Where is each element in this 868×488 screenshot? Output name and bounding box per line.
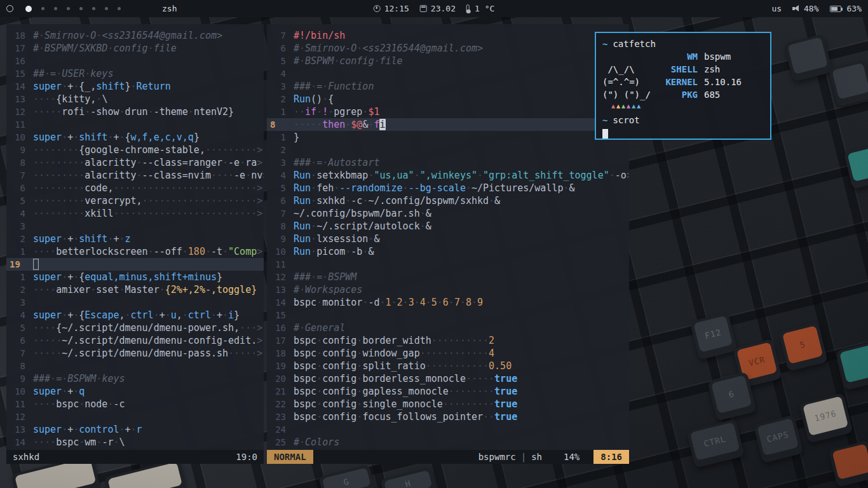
editor-line[interactable]: 7·····~/.script/dmenu/dmenu-pass.sh·····… (6, 347, 264, 360)
editor-line[interactable]: 16#·General (267, 322, 629, 334)
bar-right: us 48% 63% (771, 4, 862, 13)
editor-line[interactable]: 4 (267, 67, 629, 80)
whitespace-dot: · (79, 437, 85, 448)
editor-line[interactable]: 12·····rofi·-show·drun·-theme·ntenV2} (6, 105, 264, 118)
workspace-dot-active[interactable] (25, 6, 32, 12)
editor-line[interactable]: 1····betterlockscreen·--off·180·-t·"Comp… (6, 245, 264, 258)
editor-line[interactable]: 5····{~/.script/dmenu/dmenu-power.sh,···… (6, 322, 264, 334)
whitespace-dot: · (471, 348, 477, 359)
editor-line[interactable]: 19 (6, 258, 264, 271)
editor-line[interactable]: 1super·+·{equal,minus,shift+minus} (6, 271, 264, 283)
editor-line[interactable]: 8Run·~/.script/autolock·& (267, 220, 629, 233)
workspace-dot[interactable] (79, 7, 83, 10)
editor-line[interactable]: 18#·Smirnov-O·<ss2316544@gmail.com> (6, 29, 264, 42)
editor-line[interactable]: 12 (6, 410, 264, 423)
workspace-dot[interactable] (92, 7, 95, 10)
editor-line[interactable]: 25#·Colors (267, 436, 629, 449)
whitespace-dot: · (79, 170, 85, 181)
editor-line[interactable]: 4Run·setxkbmap·"us,ua"·",winkeys"·"grp:a… (267, 169, 629, 182)
editor-line[interactable]: 22bspc·config·single_monocle·········tru… (267, 398, 629, 410)
editor-line[interactable]: 23bspc·config·focus_follows_pointer··tru… (267, 410, 629, 423)
workspace-dot[interactable] (54, 7, 57, 10)
line-code: #!/bin/sh (286, 29, 345, 42)
editor-line[interactable]: 7#!/bin/sh (267, 29, 629, 42)
editor-line[interactable]: 13#·Workspaces (267, 283, 629, 296)
editor-line[interactable]: 1··if·!·pgrep·$1 (267, 105, 629, 118)
editor-line[interactable]: 2Run()·{ (267, 93, 629, 105)
editor-line[interactable]: 8 (6, 360, 264, 372)
editor-line[interactable]: 14bspc·monitor·-d·1·2·3·4·5·6·7·8·9 (267, 296, 629, 309)
editor-line[interactable]: 9Run·lxsession·& (267, 233, 629, 245)
code-segment: -r (102, 437, 113, 448)
volume-module[interactable]: 48% (792, 4, 818, 13)
whitespace-dot: · (44, 93, 50, 105)
code-segment: i (228, 309, 234, 321)
line-number: 21 (267, 385, 286, 398)
editor-line[interactable]: 9###·=·BSPWM·keys (6, 372, 264, 385)
editor-line[interactable]: 8·········alacritty·--class=ranger·-e·ra… (6, 156, 264, 169)
editor-line[interactable]: 6#·Smirnov-O·<ss2316544@gmail.com> (267, 42, 629, 55)
code-segment: bspc (294, 411, 316, 423)
line-code: ····bspc·wm·-r·\ (25, 436, 125, 449)
workspace-dot[interactable] (105, 7, 108, 10)
editor-line[interactable]: 10super·+·q (6, 385, 264, 398)
editor-line[interactable]: 5#·BSPWM·config·file (267, 55, 629, 67)
editor-line[interactable]: 13super·+·control·+·r (6, 423, 264, 436)
editor-line[interactable]: 11····bspc·node·-c (6, 398, 264, 410)
editor-line[interactable]: 18bspc·config·window_gap············4 (267, 347, 629, 360)
catfetch-window[interactable]: ~ catfetch WMbspwm /\_/\SHELLzsh(=^.^=)K… (595, 32, 771, 140)
editor-line[interactable]: 21bspc·config·gapless_monocle········tru… (267, 385, 629, 398)
editor-line[interactable]: 13····{kitty,·\ (6, 93, 264, 105)
editor-line[interactable]: 4·········xkill·························… (6, 207, 264, 220)
editor-line[interactable]: 24 (267, 423, 629, 436)
launcher-icon[interactable] (6, 5, 13, 12)
editor-line[interactable]: 17bspc·config·border_width··········2 (267, 334, 629, 347)
editor-line[interactable]: 2····amixer·sset·Master·{2%+,2%-,toggle} (6, 283, 264, 296)
editor-line[interactable]: 3###·=·Autostart (267, 156, 629, 169)
editor-line[interactable]: 15##·=·USER·keys (6, 67, 264, 80)
code-segment: = (316, 271, 322, 283)
editor-line[interactable]: 11 (6, 118, 264, 131)
whitespace-dot: · (234, 208, 240, 219)
editor-line[interactable]: 3 (6, 296, 264, 309)
workspace-dot[interactable] (67, 7, 70, 10)
editor-line[interactable]: 5Run·feh·--randomize·--bg-scale·~/Pictur… (267, 182, 629, 194)
whitespace-dot: · (33, 284, 39, 295)
editor-line[interactable]: 6Run·sxhkd·-c·~/.config/bspwm/sxhkd·& (267, 194, 629, 207)
workspace-dot[interactable] (118, 7, 121, 10)
editor-line[interactable]: 9········{google-chrome-stable,·········… (6, 144, 264, 156)
line-number: 18 (6, 29, 25, 42)
line-number: 12 (6, 105, 25, 118)
editor-line[interactable]: 12###·=·BSPWM (267, 271, 629, 283)
editor-line[interactable]: 7·········alacritty·--class=nvim····-e·n… (6, 169, 264, 182)
code-segment: & (569, 182, 575, 194)
whitespace-dot: · (299, 322, 305, 334)
editor-line[interactable]: 3 (6, 220, 264, 233)
editor-line[interactable]: 15 (267, 309, 629, 322)
editor-line[interactable]: 17#·BSPWM/SXKBD·config·file (6, 42, 264, 55)
editor-line[interactable]: 8·····then·$@&·fi (267, 118, 629, 131)
editor-line[interactable]: 10Run·picom·-b·& (267, 245, 629, 258)
editor-line[interactable]: 4super·+·{Escape,·ctrl·+·u,·ctrl·+·i} (6, 309, 264, 322)
editor-line[interactable]: 1} (267, 131, 629, 144)
editor-line[interactable]: 6·····~/.script/dmenu/dmenu-config-edit.… (6, 334, 264, 347)
editor-line[interactable]: 3###·=·Function (267, 80, 629, 93)
layout-module[interactable]: us (771, 4, 782, 13)
right-editor-lines[interactable]: 7#!/bin/sh6#·Smirnov-O·<ss2316544@gmail.… (267, 24, 629, 450)
editor-line[interactable]: 2super·+·shift·+·z (6, 233, 264, 245)
workspace-dot[interactable] (41, 7, 44, 10)
editor-line[interactable]: 7~/.config/bspwm/bar.sh·& (267, 207, 629, 220)
editor-line[interactable]: 20bspc·config·borderless_monocle·····tru… (267, 372, 629, 385)
editor-line[interactable]: 16 (6, 55, 264, 67)
editor-line[interactable]: 10super·+·shift·+·{w,f,e,c,v,q} (6, 131, 264, 144)
editor-line[interactable]: 6·········code,·························… (6, 182, 264, 194)
left-editor-lines[interactable]: 18#·Smirnov-O·<ss2316544@gmail.com>17#·B… (6, 24, 264, 450)
editor-line[interactable]: 14super·+·{_,shift}·Return (6, 80, 264, 93)
editor-line[interactable]: 2 (267, 144, 629, 156)
editor-line[interactable]: 11 (267, 258, 629, 271)
editor-line[interactable]: 14····bspc·wm·-r·\ (6, 436, 264, 449)
editor-line[interactable]: 5·········veracrypt,····················… (6, 194, 264, 207)
editor-line[interactable]: 19bspc·config·split_ratio···········0.50 (267, 360, 629, 372)
whitespace-dot: · (39, 322, 44, 334)
prompt-tilde: ~ (602, 114, 607, 126)
